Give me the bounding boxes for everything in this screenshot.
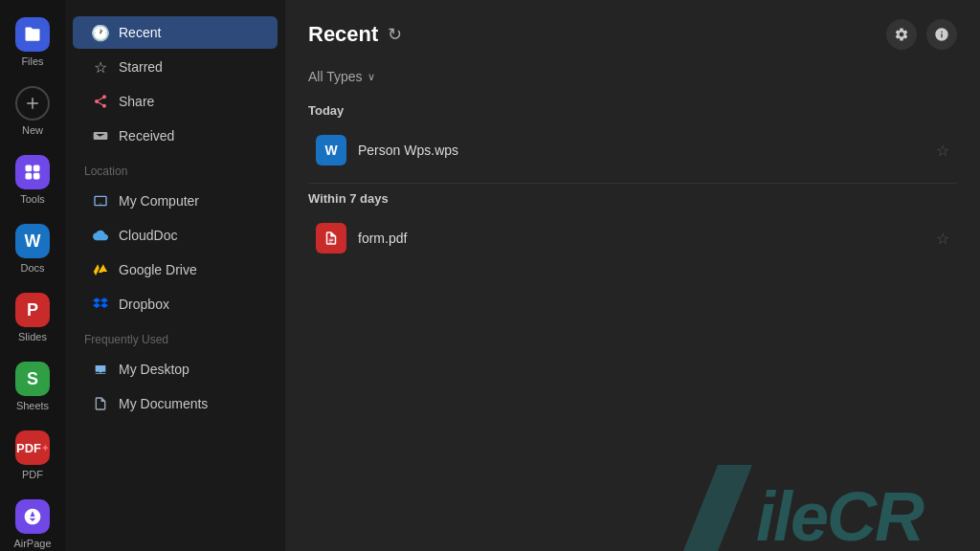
sidebar-item-my-computer[interactable]: My Computer bbox=[73, 185, 278, 217]
sidebar-item-my-documents[interactable]: My Documents bbox=[73, 387, 278, 420]
sidebar-item-share[interactable]: Share bbox=[73, 85, 278, 118]
nav-label-files: Files bbox=[21, 55, 43, 67]
file-name-pdf: form.pdf bbox=[358, 231, 924, 246]
location-section-label: Location bbox=[65, 153, 285, 184]
received-icon bbox=[92, 127, 109, 144]
sidebar-item-clouddoc[interactable]: CloudDoc bbox=[73, 219, 278, 252]
my-desktop-icon bbox=[92, 361, 109, 378]
sidebar-label-my-computer: My Computer bbox=[119, 193, 199, 209]
nav-label-sheets: Sheets bbox=[16, 400, 49, 411]
svg-rect-2 bbox=[26, 173, 33, 180]
settings-button[interactable] bbox=[886, 19, 917, 50]
star-icon-pdf[interactable]: ☆ bbox=[936, 230, 949, 248]
gear-icon bbox=[894, 27, 909, 42]
section-title-today: Today bbox=[308, 103, 957, 118]
sidebar-label-dropbox: Dropbox bbox=[119, 297, 169, 312]
filter-button[interactable]: All Types ∨ bbox=[308, 65, 375, 88]
nav-label-airpage: AirPage bbox=[13, 538, 51, 549]
star-icon-wps[interactable]: ☆ bbox=[936, 142, 949, 160]
new-icon bbox=[15, 86, 50, 121]
nav-item-pdf[interactable]: PDF✦ PDF bbox=[0, 421, 65, 490]
nav-item-slides[interactable]: P Slides bbox=[0, 283, 65, 352]
tools-icon bbox=[15, 155, 50, 189]
dropbox-icon bbox=[92, 296, 109, 313]
frequently-used-section-label: Frequently Used bbox=[65, 321, 285, 352]
sidebar-item-google-drive[interactable]: Google Drive bbox=[73, 253, 278, 286]
nav-label-docs: Docs bbox=[20, 262, 44, 274]
sidebar-label-google-drive: Google Drive bbox=[119, 262, 197, 277]
sidebar-label-my-desktop: My Desktop bbox=[119, 362, 189, 377]
my-computer-icon bbox=[92, 192, 109, 209]
file-name-wps: Person Wps.wps bbox=[358, 143, 924, 158]
sheets-icon: S bbox=[15, 362, 50, 396]
sidebar-label-my-documents: My Documents bbox=[119, 396, 208, 411]
airpage-icon bbox=[15, 499, 50, 534]
sidebar-label-starred: Starred bbox=[119, 59, 163, 75]
sidebar-item-my-desktop[interactable]: My Desktop bbox=[73, 353, 278, 386]
google-drive-icon bbox=[92, 261, 109, 278]
file-item-pdf[interactable]: form.pdf ☆ bbox=[308, 213, 957, 263]
sidebar-item-received[interactable]: Received bbox=[73, 120, 278, 152]
nav-item-docs[interactable]: W Docs bbox=[0, 214, 65, 283]
slides-icon: P bbox=[15, 293, 50, 327]
nav-item-files[interactable]: Files bbox=[0, 8, 65, 77]
recent-icon: 🕐 bbox=[92, 24, 109, 41]
nav-label-slides: Slides bbox=[18, 331, 47, 342]
files-icon bbox=[15, 17, 50, 52]
pdf-file-icon bbox=[316, 223, 346, 253]
nav-item-tools[interactable]: Tools bbox=[0, 145, 65, 214]
sidebar-item-starred[interactable]: ☆ Starred bbox=[73, 51, 278, 83]
main-content: Recent ↻ All Types ∨ Today W Pe bbox=[285, 0, 980, 551]
nav-item-airpage[interactable]: AirPage bbox=[0, 490, 65, 551]
nav-item-new[interactable]: New bbox=[0, 77, 65, 145]
sidebar-label-share: Share bbox=[119, 94, 154, 109]
header-actions bbox=[886, 19, 957, 50]
sidebar-label-clouddoc: CloudDoc bbox=[119, 228, 177, 243]
sidebar-item-dropbox[interactable]: Dropbox bbox=[73, 288, 278, 320]
sidebar: 🕐 Recent ☆ Starred Share Received Locati… bbox=[65, 0, 285, 551]
chevron-down-icon: ∨ bbox=[368, 71, 375, 83]
main-header: Recent ↻ bbox=[285, 0, 980, 61]
svg-rect-1 bbox=[33, 165, 40, 172]
filter-label: All Types bbox=[308, 69, 363, 84]
info-icon bbox=[934, 27, 949, 42]
nav-label-new: New bbox=[22, 124, 43, 136]
sidebar-label-recent: Recent bbox=[119, 25, 161, 40]
title-area: Recent ↻ bbox=[308, 22, 402, 47]
svg-rect-3 bbox=[33, 173, 40, 180]
nav-label-tools: Tools bbox=[20, 193, 45, 205]
sidebar-label-received: Received bbox=[119, 128, 174, 143]
clouddoc-icon bbox=[92, 227, 109, 244]
filter-bar: All Types ∨ bbox=[285, 61, 980, 99]
refresh-icon[interactable]: ↻ bbox=[388, 24, 402, 45]
info-button[interactable] bbox=[926, 19, 957, 50]
section-title-week: Within 7 days bbox=[308, 191, 957, 206]
wps-file-icon: W bbox=[316, 135, 346, 165]
docs-icon: W bbox=[15, 224, 50, 258]
content-area: Today W Person Wps.wps ☆ Within 7 days f… bbox=[285, 99, 980, 551]
nav-bar: Files New Tools W Docs P Slides S Sheets… bbox=[0, 0, 65, 551]
pdf-icon: PDF✦ bbox=[15, 430, 50, 465]
nav-label-pdf: PDF bbox=[22, 469, 43, 480]
my-documents-icon bbox=[92, 395, 109, 412]
nav-item-sheets[interactable]: S Sheets bbox=[0, 352, 65, 421]
divider bbox=[308, 183, 957, 184]
sidebar-item-recent[interactable]: 🕐 Recent bbox=[73, 16, 278, 49]
share-icon bbox=[92, 93, 109, 110]
page-title: Recent bbox=[308, 22, 378, 47]
starred-icon: ☆ bbox=[92, 58, 109, 76]
svg-rect-0 bbox=[26, 165, 33, 172]
file-item-wps[interactable]: W Person Wps.wps ☆ bbox=[308, 125, 957, 175]
